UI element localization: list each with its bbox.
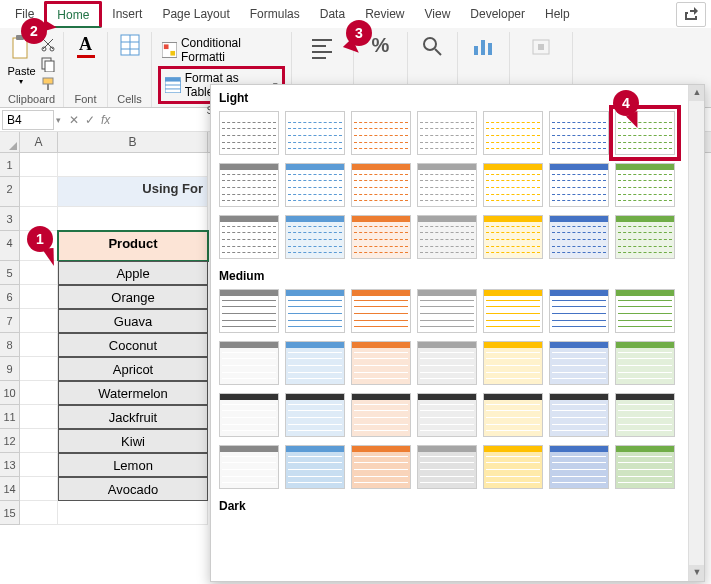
cells-grid[interactable]: Using For Product Apple Orange Guava Coc…: [20, 153, 208, 525]
table-style-swatch[interactable]: [483, 289, 543, 333]
table-cell[interactable]: Watermelon: [58, 381, 208, 405]
tab-data[interactable]: Data: [310, 3, 355, 25]
table-cell[interactable]: Coconut: [58, 333, 208, 357]
table-style-swatch[interactable]: [351, 445, 411, 489]
table-cell[interactable]: Apple: [58, 261, 208, 285]
row-header[interactable]: 2: [0, 177, 20, 207]
cells-button[interactable]: [120, 34, 140, 59]
table-style-swatch[interactable]: [483, 393, 543, 437]
table-style-swatch[interactable]: [417, 445, 477, 489]
sensitivity-icon[interactable]: [529, 34, 553, 58]
tab-page-layout[interactable]: Page Layout: [152, 3, 239, 25]
table-style-swatch[interactable]: [285, 163, 345, 207]
col-header-b[interactable]: B: [58, 132, 208, 152]
table-style-swatch[interactable]: [483, 445, 543, 489]
alignment-icon[interactable]: [308, 34, 336, 62]
table-style-swatch[interactable]: [417, 163, 477, 207]
table-style-swatch[interactable]: [285, 393, 345, 437]
row-header[interactable]: 1: [0, 153, 20, 177]
select-all-button[interactable]: [0, 132, 20, 152]
table-style-swatch[interactable]: [351, 289, 411, 333]
tab-developer[interactable]: Developer: [460, 3, 535, 25]
conditional-formatting-button[interactable]: Conditional Formatti: [158, 34, 285, 66]
table-style-swatch[interactable]: [615, 341, 675, 385]
row-header[interactable]: 8: [0, 333, 20, 357]
table-cell[interactable]: Apricot: [58, 357, 208, 381]
table-style-swatch[interactable]: [549, 111, 609, 155]
table-style-swatch[interactable]: [285, 341, 345, 385]
table-style-swatch[interactable]: [351, 215, 411, 259]
table-style-swatch[interactable]: [549, 445, 609, 489]
format-painter-icon[interactable]: [40, 76, 56, 92]
row-header[interactable]: 5: [0, 261, 20, 285]
table-style-swatch[interactable]: [483, 215, 543, 259]
table-style-swatch[interactable]: [549, 289, 609, 333]
table-header[interactable]: Product: [58, 231, 208, 261]
row-header[interactable]: 13: [0, 453, 20, 477]
table-style-swatch[interactable]: [285, 445, 345, 489]
table-style-swatch[interactable]: [417, 393, 477, 437]
table-style-swatch[interactable]: [549, 393, 609, 437]
table-style-swatch[interactable]: [219, 163, 279, 207]
table-style-swatch[interactable]: [219, 215, 279, 259]
number-button[interactable]: %: [372, 34, 390, 57]
tab-formulas[interactable]: Formulas: [240, 3, 310, 25]
tab-view[interactable]: View: [415, 3, 461, 25]
fx-icon[interactable]: fx: [101, 113, 110, 127]
table-style-swatch[interactable]: [483, 111, 543, 155]
table-style-swatch[interactable]: [549, 163, 609, 207]
table-style-swatch[interactable]: [483, 341, 543, 385]
confirm-icon[interactable]: ✓: [85, 113, 95, 127]
table-cell[interactable]: Guava: [58, 309, 208, 333]
editing-icon[interactable]: [420, 34, 444, 58]
table-style-swatch[interactable]: [417, 215, 477, 259]
table-style-swatch[interactable]: [417, 111, 477, 155]
table-style-swatch[interactable]: [615, 163, 675, 207]
share-button[interactable]: [676, 2, 706, 27]
tab-insert[interactable]: Insert: [102, 3, 152, 25]
gallery-scrollbar[interactable]: ▲ ▼: [688, 85, 704, 581]
analyze-icon[interactable]: [471, 34, 495, 58]
table-cell[interactable]: Orange: [58, 285, 208, 309]
font-button[interactable]: A: [77, 34, 95, 58]
scroll-down-icon[interactable]: ▼: [689, 565, 705, 581]
table-style-swatch[interactable]: [615, 393, 675, 437]
row-header[interactable]: 3: [0, 207, 20, 231]
table-style-swatch[interactable]: [483, 163, 543, 207]
table-style-swatch[interactable]: [549, 215, 609, 259]
table-style-swatch[interactable]: [615, 289, 675, 333]
table-style-swatch[interactable]: [285, 111, 345, 155]
table-style-swatch[interactable]: [417, 341, 477, 385]
table-style-swatch[interactable]: [285, 215, 345, 259]
table-style-swatch[interactable]: [219, 445, 279, 489]
row-header[interactable]: 6: [0, 285, 20, 309]
row-header[interactable]: 15: [0, 501, 20, 525]
table-cell[interactable]: Kiwi: [58, 429, 208, 453]
table-style-swatch[interactable]: [351, 111, 411, 155]
table-style-swatch[interactable]: [351, 393, 411, 437]
col-header-a[interactable]: A: [20, 132, 58, 152]
row-header[interactable]: 10: [0, 381, 20, 405]
table-style-swatch[interactable]: [285, 289, 345, 333]
table-cell[interactable]: Avocado: [58, 477, 208, 501]
table-style-swatch[interactable]: [219, 111, 279, 155]
table-style-swatch[interactable]: [219, 393, 279, 437]
table-style-swatch[interactable]: [417, 289, 477, 333]
row-header[interactable]: 14: [0, 477, 20, 501]
table-style-swatch[interactable]: [351, 163, 411, 207]
cancel-icon[interactable]: ✕: [69, 113, 79, 127]
row-header[interactable]: 11: [0, 405, 20, 429]
row-header[interactable]: 12: [0, 429, 20, 453]
row-header[interactable]: 9: [0, 357, 20, 381]
table-style-swatch[interactable]: [219, 289, 279, 333]
table-style-swatch[interactable]: [615, 215, 675, 259]
table-cell[interactable]: Jackfruit: [58, 405, 208, 429]
row-header[interactable]: 4: [0, 231, 20, 261]
table-cell[interactable]: Lemon: [58, 453, 208, 477]
scroll-up-icon[interactable]: ▲: [689, 85, 705, 101]
copy-icon[interactable]: [40, 56, 56, 72]
table-style-swatch[interactable]: [615, 445, 675, 489]
table-style-swatch[interactable]: [549, 341, 609, 385]
title-cell[interactable]: Using For: [58, 177, 208, 207]
name-box[interactable]: [2, 110, 54, 130]
